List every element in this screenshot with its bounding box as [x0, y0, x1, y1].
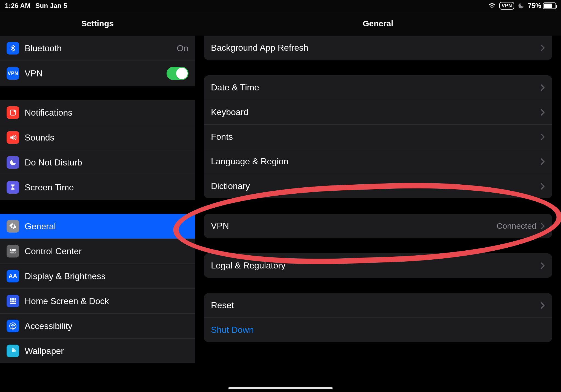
chevron-right-icon [540, 108, 545, 116]
sidebar-title: Settings [0, 12, 195, 36]
svg-rect-7 [12, 298, 14, 300]
row-legal[interactable]: Legal & Regulatory [204, 253, 552, 278]
notifications-icon [7, 106, 19, 119]
grid-icon [7, 295, 19, 307]
row-label: Shut Down [211, 325, 254, 335]
vpn-status-icon: VPN [499, 2, 514, 10]
sidebar-item-label: Sounds [25, 133, 55, 143]
sidebar-item-label: Screen Time [25, 182, 74, 193]
chevron-right-icon [540, 84, 545, 91]
sidebar-item-controlcenter[interactable]: Control Center [0, 239, 195, 264]
chevron-right-icon [540, 222, 545, 230]
row-shutdown[interactable]: Shut Down [204, 317, 552, 342]
sidebar-item-label: Do Not Disturb [25, 158, 82, 168]
row-label: Date & Time [211, 82, 259, 93]
vpn-icon: VPN [7, 67, 19, 80]
row-label: Reset [211, 300, 234, 310]
sidebar-item-vpn[interactable]: VPN VPN [0, 61, 195, 86]
sidebar-item-label: Home Screen & Dock [25, 296, 109, 306]
row-label: Dictionary [211, 181, 250, 191]
svg-point-4 [11, 249, 12, 251]
settings-sidebar: Settings Bluetooth On VPN VPN Notif [0, 12, 195, 392]
sidebar-item-wallpaper[interactable]: Wallpaper [0, 338, 195, 363]
chevron-right-icon [540, 262, 545, 270]
vpn-toggle[interactable] [167, 67, 188, 80]
svg-rect-12 [10, 303, 16, 304]
sidebar-item-accessibility[interactable]: Accessibility [0, 313, 195, 338]
chevron-right-icon [540, 44, 545, 52]
chevron-right-icon [540, 182, 545, 190]
gear-icon [7, 220, 19, 233]
moon-icon [7, 156, 19, 169]
sounds-icon [7, 131, 19, 144]
hourglass-icon [7, 181, 19, 194]
sidebar-item-label: Bluetooth [25, 43, 62, 53]
svg-point-5 [14, 252, 15, 253]
sidebar-item-label: VPN [25, 68, 43, 79]
sidebar-item-dnd[interactable]: Do Not Disturb [0, 150, 195, 175]
svg-rect-8 [15, 298, 16, 300]
row-label: Legal & Regulatory [211, 261, 285, 271]
row-background-app-refresh[interactable]: Background App Refresh [204, 36, 552, 60]
sidebar-item-label: General [25, 221, 56, 231]
row-label: Background App Refresh [211, 43, 308, 53]
status-bar: 1:26 AM Sun Jan 5 VPN 75% [0, 0, 561, 12]
sidebar-item-label: Wallpaper [25, 346, 64, 356]
chevron-right-icon [540, 133, 545, 141]
battery-icon [543, 2, 556, 9]
text-size-icon: AA [7, 270, 19, 282]
row-reset[interactable]: Reset [204, 293, 552, 317]
sidebar-item-label: Display & Brightness [25, 271, 105, 281]
sidebar-item-value: On [177, 43, 188, 53]
row-language-region[interactable]: Language & Region [204, 149, 552, 174]
row-date-time[interactable]: Date & Time [204, 75, 552, 100]
chevron-right-icon [540, 158, 545, 165]
battery-percent: 75% [528, 2, 541, 10]
row-fonts[interactable]: Fonts [204, 124, 552, 149]
sidebar-item-screentime[interactable]: Screen Time [0, 175, 195, 200]
svg-rect-6 [10, 298, 12, 300]
sidebar-item-label: Notifications [25, 108, 72, 118]
row-label: Keyboard [211, 107, 248, 117]
row-dictionary[interactable]: Dictionary [204, 174, 552, 198]
row-label: Language & Region [211, 156, 288, 167]
chevron-right-icon [540, 302, 545, 309]
home-indicator [228, 387, 333, 389]
bluetooth-icon [7, 42, 19, 55]
sidebar-item-homescreen[interactable]: Home Screen & Dock [0, 288, 195, 313]
dnd-moon-icon [517, 2, 525, 9]
svg-rect-9 [10, 301, 12, 302]
row-label: VPN [211, 221, 229, 231]
switches-icon [7, 245, 19, 257]
svg-rect-11 [15, 301, 16, 302]
accessibility-icon [7, 320, 19, 332]
svg-rect-10 [12, 301, 14, 302]
sidebar-item-display[interactable]: AA Display & Brightness [0, 264, 195, 288]
status-date: Sun Jan 5 [35, 2, 67, 10]
sidebar-item-label: Accessibility [25, 321, 72, 331]
sidebar-item-notifications[interactable]: Notifications [0, 100, 195, 125]
svg-point-1 [13, 110, 15, 112]
wifi-icon [488, 2, 496, 9]
row-vpn[interactable]: VPN Connected [204, 214, 552, 238]
flower-icon [7, 345, 19, 357]
sidebar-item-label: Control Center [25, 246, 82, 256]
row-value: Connected [497, 221, 536, 231]
general-content: General Background App Refresh Date & Ti… [195, 12, 561, 392]
sidebar-item-general[interactable]: General [0, 214, 195, 239]
status-time: 1:26 AM [5, 2, 30, 10]
sidebar-item-bluetooth[interactable]: Bluetooth On [0, 36, 195, 61]
row-keyboard[interactable]: Keyboard [204, 100, 552, 124]
sidebar-item-sounds[interactable]: Sounds [0, 125, 195, 150]
content-title: General [195, 12, 561, 36]
row-label: Fonts [211, 132, 233, 142]
svg-point-14 [12, 324, 14, 325]
